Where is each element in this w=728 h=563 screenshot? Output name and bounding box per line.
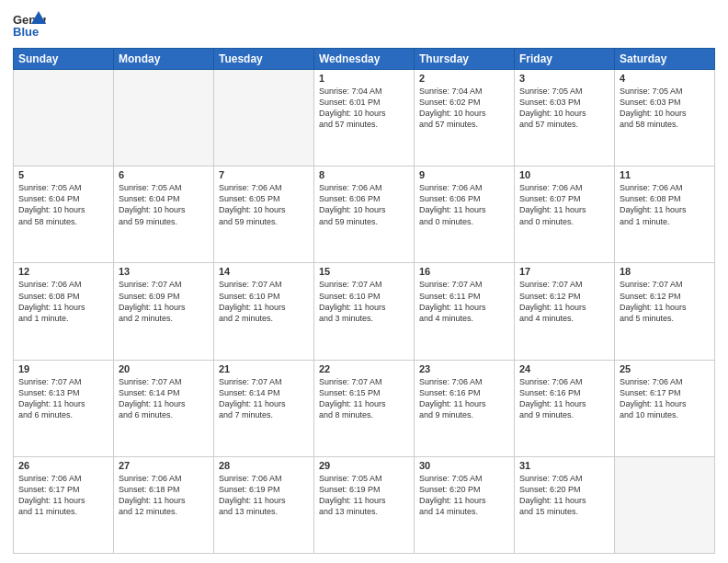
- day-number: 1: [319, 73, 409, 84]
- calendar-cell: 22Sunrise: 7:07 AM Sunset: 6:15 PM Dayli…: [314, 360, 415, 456]
- day-number: 19: [18, 363, 108, 374]
- day-number: 17: [519, 266, 609, 277]
- day-number: 15: [319, 266, 409, 277]
- calendar-cell: 21Sunrise: 7:07 AM Sunset: 6:14 PM Dayli…: [214, 360, 314, 456]
- day-number: 5: [18, 169, 108, 180]
- calendar-cell: 5Sunrise: 7:05 AM Sunset: 6:04 PM Daylig…: [14, 167, 114, 263]
- logo: General Blue: [13, 9, 46, 42]
- day-number: 25: [620, 363, 710, 374]
- calendar-cell: 27Sunrise: 7:06 AM Sunset: 6:18 PM Dayli…: [114, 456, 214, 553]
- weekday-thursday: Thursday: [415, 49, 515, 70]
- cell-content: Sunrise: 7:06 AM Sunset: 6:08 PM Dayligh…: [620, 182, 710, 227]
- calendar-cell: 9Sunrise: 7:06 AM Sunset: 6:06 PM Daylig…: [415, 167, 515, 263]
- cell-content: Sunrise: 7:06 AM Sunset: 6:06 PM Dayligh…: [319, 182, 409, 227]
- day-number: 8: [319, 169, 409, 180]
- calendar-cell: 19Sunrise: 7:07 AM Sunset: 6:13 PM Dayli…: [14, 360, 114, 456]
- calendar-cell: 29Sunrise: 7:05 AM Sunset: 6:19 PM Dayli…: [314, 456, 415, 553]
- cell-content: Sunrise: 7:06 AM Sunset: 6:17 PM Dayligh…: [620, 376, 710, 421]
- day-number: 24: [519, 363, 609, 374]
- calendar-cell: 23Sunrise: 7:06 AM Sunset: 6:16 PM Dayli…: [415, 360, 515, 456]
- cell-content: Sunrise: 7:07 AM Sunset: 6:14 PM Dayligh…: [219, 376, 309, 421]
- day-number: 9: [419, 169, 509, 180]
- page: General Blue SundayMondayTuesdayWednesda…: [0, 0, 728, 563]
- day-number: 22: [319, 363, 409, 374]
- calendar-cell: 4Sunrise: 7:05 AM Sunset: 6:03 PM Daylig…: [615, 70, 715, 167]
- week-row-1: 1Sunrise: 7:04 AM Sunset: 6:01 PM Daylig…: [14, 70, 715, 167]
- cell-content: Sunrise: 7:04 AM Sunset: 6:02 PM Dayligh…: [419, 86, 509, 131]
- calendar-cell: 20Sunrise: 7:07 AM Sunset: 6:14 PM Dayli…: [114, 360, 214, 456]
- calendar-cell: 30Sunrise: 7:05 AM Sunset: 6:20 PM Dayli…: [415, 456, 515, 553]
- cell-content: Sunrise: 7:07 AM Sunset: 6:12 PM Dayligh…: [519, 279, 609, 324]
- week-row-2: 5Sunrise: 7:05 AM Sunset: 6:04 PM Daylig…: [14, 167, 715, 263]
- calendar-cell: 3Sunrise: 7:05 AM Sunset: 6:03 PM Daylig…: [515, 70, 615, 167]
- calendar-table: SundayMondayTuesdayWednesdayThursdayFrid…: [13, 48, 715, 554]
- cell-content: Sunrise: 7:04 AM Sunset: 6:01 PM Dayligh…: [319, 86, 409, 131]
- calendar-cell: 16Sunrise: 7:07 AM Sunset: 6:11 PM Dayli…: [415, 263, 515, 360]
- day-number: 16: [419, 266, 509, 277]
- weekday-tuesday: Tuesday: [214, 49, 314, 70]
- calendar-cell: 1Sunrise: 7:04 AM Sunset: 6:01 PM Daylig…: [314, 70, 415, 167]
- day-number: 4: [620, 73, 710, 84]
- day-number: 30: [419, 460, 509, 471]
- day-number: 27: [119, 460, 209, 471]
- day-number: 26: [18, 460, 108, 471]
- cell-content: Sunrise: 7:05 AM Sunset: 6:03 PM Dayligh…: [519, 86, 609, 131]
- day-number: 7: [219, 169, 309, 180]
- cell-content: Sunrise: 7:07 AM Sunset: 6:14 PM Dayligh…: [119, 376, 209, 421]
- cell-content: Sunrise: 7:05 AM Sunset: 6:04 PM Dayligh…: [18, 182, 108, 227]
- cell-content: Sunrise: 7:06 AM Sunset: 6:17 PM Dayligh…: [18, 473, 108, 518]
- calendar-cell: 31Sunrise: 7:05 AM Sunset: 6:20 PM Dayli…: [515, 456, 615, 553]
- day-number: 21: [219, 363, 309, 374]
- day-number: 31: [519, 460, 609, 471]
- calendar-cell: 8Sunrise: 7:06 AM Sunset: 6:06 PM Daylig…: [314, 167, 415, 263]
- calendar-cell: 7Sunrise: 7:06 AM Sunset: 6:05 PM Daylig…: [214, 167, 314, 263]
- day-number: 13: [119, 266, 209, 277]
- cell-content: Sunrise: 7:05 AM Sunset: 6:20 PM Dayligh…: [419, 473, 509, 518]
- calendar-cell: 28Sunrise: 7:06 AM Sunset: 6:19 PM Dayli…: [214, 456, 314, 553]
- week-row-3: 12Sunrise: 7:06 AM Sunset: 6:08 PM Dayli…: [14, 263, 715, 360]
- calendar-cell: 18Sunrise: 7:07 AM Sunset: 6:12 PM Dayli…: [615, 263, 715, 360]
- weekday-monday: Monday: [114, 49, 214, 70]
- day-number: 3: [519, 73, 609, 84]
- cell-content: Sunrise: 7:06 AM Sunset: 6:18 PM Dayligh…: [119, 473, 209, 518]
- calendar-cell: 15Sunrise: 7:07 AM Sunset: 6:10 PM Dayli…: [314, 263, 415, 360]
- day-number: 20: [119, 363, 209, 374]
- header: General Blue: [13, 9, 715, 42]
- day-number: 23: [419, 363, 509, 374]
- cell-content: Sunrise: 7:05 AM Sunset: 6:04 PM Dayligh…: [119, 182, 209, 227]
- calendar-cell: 24Sunrise: 7:06 AM Sunset: 6:16 PM Dayli…: [515, 360, 615, 456]
- calendar-cell: 13Sunrise: 7:07 AM Sunset: 6:09 PM Dayli…: [114, 263, 214, 360]
- cell-content: Sunrise: 7:06 AM Sunset: 6:06 PM Dayligh…: [419, 182, 509, 227]
- cell-content: Sunrise: 7:07 AM Sunset: 6:13 PM Dayligh…: [18, 376, 108, 421]
- calendar-body: 1Sunrise: 7:04 AM Sunset: 6:01 PM Daylig…: [14, 70, 715, 554]
- svg-text:Blue: Blue: [13, 25, 39, 39]
- week-row-4: 19Sunrise: 7:07 AM Sunset: 6:13 PM Dayli…: [14, 360, 715, 456]
- cell-content: Sunrise: 7:05 AM Sunset: 6:03 PM Dayligh…: [620, 86, 710, 131]
- cell-content: Sunrise: 7:07 AM Sunset: 6:10 PM Dayligh…: [219, 279, 309, 324]
- cell-content: Sunrise: 7:06 AM Sunset: 6:16 PM Dayligh…: [419, 376, 509, 421]
- day-number: 18: [620, 266, 710, 277]
- weekday-friday: Friday: [515, 49, 615, 70]
- cell-content: Sunrise: 7:07 AM Sunset: 6:09 PM Dayligh…: [119, 279, 209, 324]
- day-number: 11: [620, 169, 710, 180]
- day-number: 6: [119, 169, 209, 180]
- calendar-cell: 2Sunrise: 7:04 AM Sunset: 6:02 PM Daylig…: [415, 70, 515, 167]
- week-row-5: 26Sunrise: 7:06 AM Sunset: 6:17 PM Dayli…: [14, 456, 715, 553]
- cell-content: Sunrise: 7:07 AM Sunset: 6:10 PM Dayligh…: [319, 279, 409, 324]
- weekday-sunday: Sunday: [14, 49, 114, 70]
- cell-content: Sunrise: 7:06 AM Sunset: 6:08 PM Dayligh…: [18, 279, 108, 324]
- cell-content: Sunrise: 7:07 AM Sunset: 6:12 PM Dayligh…: [620, 279, 710, 324]
- calendar-cell: [214, 70, 314, 167]
- cell-content: Sunrise: 7:07 AM Sunset: 6:11 PM Dayligh…: [419, 279, 509, 324]
- day-number: 10: [519, 169, 609, 180]
- day-number: 12: [18, 266, 108, 277]
- weekday-wednesday: Wednesday: [314, 49, 415, 70]
- cell-content: Sunrise: 7:05 AM Sunset: 6:19 PM Dayligh…: [319, 473, 409, 518]
- calendar-cell: 11Sunrise: 7:06 AM Sunset: 6:08 PM Dayli…: [615, 167, 715, 263]
- calendar-cell: 10Sunrise: 7:06 AM Sunset: 6:07 PM Dayli…: [515, 167, 615, 263]
- cell-content: Sunrise: 7:05 AM Sunset: 6:20 PM Dayligh…: [519, 473, 609, 518]
- cell-content: Sunrise: 7:06 AM Sunset: 6:16 PM Dayligh…: [519, 376, 609, 421]
- calendar-cell: [114, 70, 214, 167]
- calendar-cell: 6Sunrise: 7:05 AM Sunset: 6:04 PM Daylig…: [114, 167, 214, 263]
- cell-content: Sunrise: 7:06 AM Sunset: 6:07 PM Dayligh…: [519, 182, 609, 227]
